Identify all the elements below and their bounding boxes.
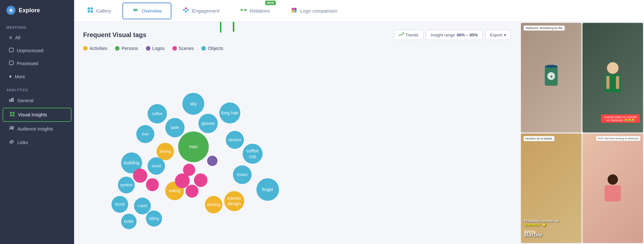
sidebar: Explore MENTIONS ≡ All Unprocessed Proce… bbox=[0, 0, 74, 244]
trend-icon bbox=[399, 32, 404, 37]
svg-point-23 bbox=[245, 9, 246, 11]
sidebar-item-visual-insights[interactable]: Visual Insights bbox=[3, 108, 72, 122]
insight-range-button[interactable]: Insight range 49% – 95% bbox=[426, 30, 483, 40]
svg-rect-13 bbox=[91, 7, 93, 10]
svg-rect-15 bbox=[91, 10, 93, 13]
svg-text:★: ★ bbox=[550, 75, 553, 78]
bubble-symbol[interactable]: symbol bbox=[118, 177, 135, 193]
export-label: Export bbox=[490, 33, 502, 37]
tab-engagement[interactable]: Engagement bbox=[173, 3, 229, 19]
export-button[interactable]: Export ▾ bbox=[485, 30, 511, 40]
bubble-unlabeled[interactable] bbox=[175, 173, 190, 188]
relations-icon bbox=[240, 6, 247, 15]
logo-comparison-icon bbox=[291, 6, 298, 15]
bubble-label: editing bbox=[168, 187, 181, 194]
sidebar-item-more[interactable]: ▾ More bbox=[3, 70, 72, 83]
bubble-unlabeled[interactable] bbox=[207, 156, 217, 166]
legend-label: Objects bbox=[208, 46, 223, 51]
trends-button[interactable]: Trends bbox=[394, 30, 423, 40]
svg-point-10 bbox=[10, 126, 12, 128]
link-icon bbox=[9, 139, 14, 146]
bubble-t-shirt[interactable]: t-shirt bbox=[134, 198, 151, 214]
bubble-label: long hair bbox=[220, 109, 240, 117]
bubble-glasses[interactable]: glasses bbox=[198, 114, 218, 133]
sidebar-item-label: Audience Insights bbox=[17, 126, 53, 132]
image-card-1[interactable]: Starbucks: Bestellung be like ★ bbox=[521, 23, 582, 132]
bubble-label: glasses bbox=[200, 120, 216, 127]
tab-logo-comparison-label: Logo comparison bbox=[300, 8, 337, 14]
bubble-blond[interactable]: blond bbox=[111, 196, 128, 213]
bubble-drinking[interactable]: drinking bbox=[205, 196, 222, 213]
bubble-unlabeled[interactable] bbox=[186, 185, 198, 198]
engagement-icon bbox=[182, 6, 189, 15]
svg-point-22 bbox=[241, 9, 243, 11]
bubble-label: blond bbox=[114, 201, 126, 208]
tab-gallery[interactable]: Gallery bbox=[77, 3, 121, 19]
sidebar-item-label: Unprocessed bbox=[17, 48, 43, 53]
image-card-2[interactable]: Cuando pides un cuernito en Starbucks 😂😂… bbox=[582, 23, 643, 132]
tab-logo-comparison[interactable]: Logo comparison bbox=[281, 3, 347, 19]
tab-overview[interactable]: Overview bbox=[122, 3, 172, 19]
legend-scenes: Scenes bbox=[172, 46, 194, 51]
bubble-label: coffee bbox=[151, 110, 164, 117]
sidebar-item-audience-insights[interactable]: Audience Insights bbox=[3, 122, 72, 135]
bubble-tree[interactable]: tree bbox=[136, 125, 154, 143]
bubble-interior
design[interactable]: interiordesign bbox=[224, 191, 244, 211]
bubble-label: cream bbox=[235, 171, 249, 178]
svg-point-21 bbox=[185, 11, 187, 13]
bubble-sitting[interactable]: sitting bbox=[146, 210, 162, 227]
bubble-unlabeled[interactable] bbox=[133, 169, 147, 183]
bubble-label: wood bbox=[150, 162, 162, 170]
image-card-4[interactable]: POV: first time working at starbucks bbox=[582, 133, 643, 243]
bubble-finger[interactable]: finger bbox=[256, 178, 279, 201]
sidebar-item-label: General bbox=[17, 98, 34, 103]
legend-label: Logos bbox=[152, 46, 165, 51]
svg-point-25 bbox=[292, 8, 294, 10]
bubble-sky[interactable]: sky bbox=[182, 93, 204, 115]
trends-label: Trends bbox=[406, 33, 418, 37]
svg-point-18 bbox=[183, 9, 185, 11]
bubble-cream[interactable]: cream bbox=[233, 165, 252, 184]
objects-dot bbox=[201, 46, 206, 51]
bubble-label: driving bbox=[158, 148, 172, 155]
bubble-unlabeled[interactable] bbox=[146, 178, 159, 191]
bubble-dessert[interactable]: dessert bbox=[226, 131, 244, 149]
legend-persons: Persons bbox=[115, 46, 138, 51]
bubble-table[interactable]: table bbox=[165, 118, 185, 137]
svg-rect-2 bbox=[9, 61, 13, 65]
bubble-coffee
cup[interactable]: coffeecup bbox=[243, 144, 263, 164]
svg-rect-14 bbox=[88, 10, 90, 13]
bubble-bottle[interactable]: bottle bbox=[121, 214, 137, 229]
analytics-section-label: ANALYTICS bbox=[0, 83, 74, 94]
sidebar-item-all[interactable]: ≡ All bbox=[3, 32, 72, 44]
persons-dot bbox=[115, 46, 120, 51]
app-title: Explore bbox=[19, 7, 40, 14]
svg-rect-5 bbox=[13, 98, 14, 102]
panel-header: Frequent Visual tags Trends Insight rang… bbox=[83, 30, 511, 40]
bubble-label: table bbox=[169, 124, 180, 131]
sidebar-item-processed[interactable]: Processed bbox=[3, 57, 72, 70]
tab-relations[interactable]: Relations NEW bbox=[230, 3, 280, 19]
insight-range-value: 49% – 95% bbox=[457, 33, 478, 37]
sidebar-item-label: Links bbox=[17, 140, 28, 145]
svg-point-17 bbox=[135, 9, 138, 11]
bubble-long hair[interactable]: long hair bbox=[219, 102, 240, 123]
bubble-coffee[interactable]: coffee bbox=[148, 104, 167, 123]
sidebar-item-unprocessed[interactable]: Unprocessed bbox=[3, 44, 72, 57]
bubble-man[interactable]: man bbox=[178, 132, 209, 162]
panel-title: Frequent Visual tags bbox=[83, 31, 146, 39]
bubble-wood[interactable]: wood bbox=[148, 157, 165, 175]
svg-point-37 bbox=[607, 62, 619, 74]
svg-rect-12 bbox=[88, 7, 90, 10]
sidebar-item-general[interactable]: General bbox=[3, 94, 72, 107]
svg-point-20 bbox=[185, 7, 187, 9]
bubble-unlabeled[interactable] bbox=[194, 173, 207, 187]
svg-rect-9 bbox=[13, 114, 14, 116]
svg-point-34 bbox=[545, 65, 558, 68]
tab-overview-label: Overview bbox=[142, 8, 162, 14]
image-panel: Starbucks: Bestellung be like ★ bbox=[520, 22, 644, 244]
legend-label: Persons bbox=[121, 46, 138, 51]
image-card-3[interactable]: Nombre de la bebida Probando recetas des… bbox=[521, 133, 582, 243]
bubble-label: bottle bbox=[123, 218, 135, 225]
sidebar-item-links[interactable]: Links bbox=[3, 136, 72, 149]
